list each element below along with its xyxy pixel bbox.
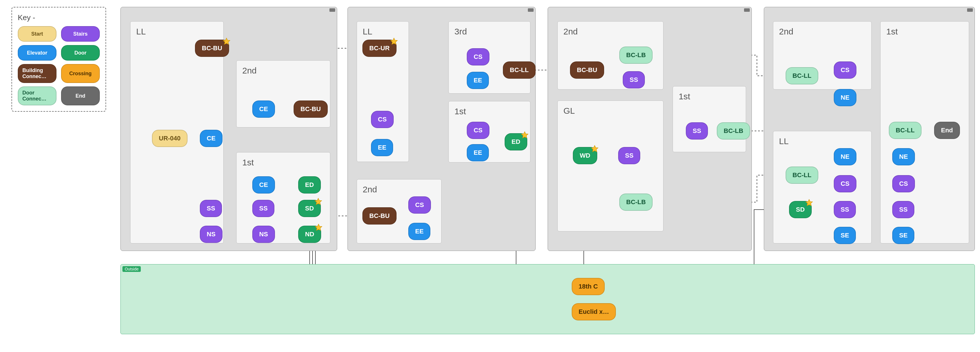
node-ce_ll[interactable]: CE [200, 130, 223, 147]
legend-title: Key - [18, 13, 100, 22]
subpanel-label: 1st [455, 107, 466, 116]
subpanel-label: LL [363, 27, 372, 37]
node-ne_1e[interactable]: NE [892, 148, 915, 165]
subpanel-5: 3rd [449, 21, 530, 94]
node-ss_1c[interactable]: SS [686, 122, 708, 139]
node-ss_lld[interactable]: SS [834, 201, 856, 218]
node-ce_1[interactable]: CE [252, 176, 275, 194]
node-ed_1[interactable]: ED [298, 176, 321, 194]
star-icon [390, 37, 398, 46]
subpanel-label: 2nd [363, 185, 377, 194]
node-cs_2b[interactable]: CS [408, 197, 431, 214]
node-bc_ll_e[interactable]: BC-LL [889, 122, 921, 139]
node-cs_1b[interactable]: CS [467, 122, 489, 139]
star-icon [314, 223, 323, 232]
node-ss_ll[interactable]: SS [200, 200, 222, 217]
subpanel-label: GL [563, 106, 575, 116]
node-ss_1[interactable]: SS [252, 200, 274, 217]
node-bc_ll_2d[interactable]: BC-LL [786, 67, 818, 85]
node-se_lld[interactable]: SE [834, 227, 856, 244]
legend-item-3: Door [61, 45, 100, 61]
node-ns_1[interactable]: NS [252, 226, 275, 243]
node-bc_bu_d[interactable]: BC-BU [570, 61, 604, 79]
star-icon [222, 37, 231, 46]
subpanel-label: 1st [242, 158, 254, 167]
star-icon [520, 131, 529, 139]
node-bc_lb_a[interactable]: BC-LB [619, 46, 652, 64]
node-ee_2b[interactable]: EE [408, 223, 430, 240]
node-bc_bu_a[interactable]: BC-BU [195, 40, 229, 57]
legend-item-7: End [61, 86, 100, 106]
subpanel-label: LL [136, 27, 146, 37]
node-bc_bu_c[interactable]: BC-BU [363, 207, 396, 224]
node-cs_1e[interactable]: CS [892, 175, 915, 192]
star-icon [805, 199, 813, 207]
legend-item-4: Building Connec… [18, 64, 56, 83]
subpanel-8: GL [557, 101, 663, 231]
node-bc_ll_3[interactable]: BC-LL [503, 61, 536, 79]
subpanel-label: 2nd [563, 27, 578, 37]
node-ee_1b[interactable]: EE [467, 144, 489, 162]
node-bc_lb_c[interactable]: BC-LB [717, 122, 750, 139]
legend: Key - StartStairsElevatorDoorBuilding Co… [11, 7, 106, 112]
node-ne_lld[interactable]: NE [834, 148, 856, 165]
outside-tag: Outside [123, 266, 141, 272]
node-ns_ll[interactable]: NS [200, 226, 223, 243]
outside-region: Outside [121, 264, 975, 334]
node-bc_bu_b[interactable]: BC-BU [294, 101, 328, 118]
legend-item-5: Crossing [61, 64, 100, 83]
node-ce_2[interactable]: CE [252, 101, 275, 118]
node-ed_b[interactable]: ED [504, 133, 527, 150]
node-end[interactable]: End [934, 122, 960, 139]
subpanel-label: 2nd [242, 66, 257, 75]
node-wd[interactable]: WD [573, 147, 597, 164]
subpanel-label: 1st [679, 91, 690, 101]
star-icon [314, 198, 323, 206]
legend-item-6: Door Connec… [18, 86, 56, 106]
node-bc_ur[interactable]: BC-UR [363, 40, 396, 57]
node-ss_2c[interactable]: SS [623, 71, 645, 88]
subpanel-12: LL [773, 131, 872, 243]
node-sd_1[interactable]: SD [298, 200, 321, 217]
node-ss_1e[interactable]: SS [892, 201, 914, 218]
node-ss_gl[interactable]: SS [618, 147, 640, 164]
node-ur040[interactable]: UR-040 [152, 130, 188, 147]
node-ne_2d[interactable]: NE [834, 89, 856, 106]
node-x18[interactable]: 18th C [572, 278, 605, 295]
node-ee_3[interactable]: EE [467, 72, 489, 89]
node-cs_ll2[interactable]: CS [371, 111, 394, 128]
node-bc_lb_b[interactable]: BC-LB [619, 194, 652, 211]
subpanel-label: 1st [886, 27, 898, 37]
legend-item-0: Start [18, 26, 56, 42]
subpanel-label: 3rd [455, 27, 467, 37]
node-nd_1[interactable]: ND [298, 226, 321, 243]
node-bc_ll_lld[interactable]: BC-LL [786, 166, 818, 184]
legend-item-2: Elevator [18, 45, 56, 61]
subpanel-label: 2nd [779, 27, 793, 37]
subpanel-9: 1st [673, 86, 746, 152]
node-sd_d[interactable]: SD [789, 201, 812, 218]
subpanel-label: LL [779, 136, 789, 146]
node-cs_3[interactable]: CS [467, 48, 489, 66]
node-cs_lld[interactable]: CS [834, 175, 856, 192]
star-icon [590, 145, 599, 153]
subpanel-6: 1st [449, 101, 530, 163]
node-se_1e[interactable]: SE [892, 227, 914, 244]
node-ee_ll2[interactable]: EE [371, 139, 393, 156]
node-cs_2d[interactable]: CS [834, 61, 856, 79]
legend-item-1: Stairs [61, 26, 100, 42]
node-xeu[interactable]: Euclid x… [572, 303, 616, 320]
